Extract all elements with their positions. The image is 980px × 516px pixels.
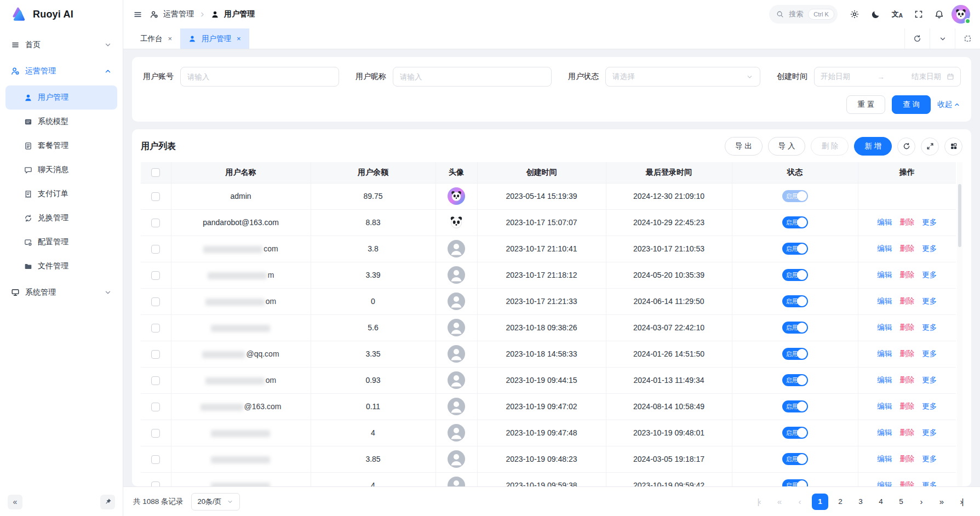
jump-back-button[interactable]: « [771, 494, 788, 510]
page-size-select[interactable]: 20条/页 [191, 493, 240, 511]
status-toggle[interactable]: 启用 [782, 479, 808, 486]
page-button-4[interactable]: 4 [873, 494, 889, 510]
table-scrollbar[interactable] [957, 162, 962, 486]
more-link[interactable]: 更多 [922, 455, 937, 463]
query-button[interactable]: 查 询 [892, 95, 931, 114]
delete-link[interactable]: 删除 [899, 297, 914, 305]
sidebar-item-config-management[interactable]: 配置管理 [5, 230, 117, 254]
sidebar-item-exchange-management[interactable]: 兑换管理 [5, 206, 117, 230]
reset-button[interactable]: 重 置 [846, 95, 885, 114]
status-toggle[interactable]: 启用 [782, 453, 808, 465]
more-link[interactable]: 更多 [922, 481, 937, 486]
first-page-button[interactable]: |‹ [751, 494, 767, 510]
delete-link[interactable]: 删除 [899, 271, 914, 279]
more-link[interactable]: 更多 [922, 402, 937, 410]
row-checkbox[interactable] [151, 271, 160, 280]
edit-link[interactable]: 编辑 [877, 402, 892, 410]
delete-link[interactable]: 删除 [899, 349, 914, 358]
more-link[interactable]: 更多 [922, 376, 937, 384]
status-toggle[interactable]: 启用 [782, 374, 808, 386]
user-avatar[interactable] [952, 5, 970, 24]
edit-link[interactable]: 编辑 [877, 349, 892, 358]
delete-link[interactable]: 删除 [899, 428, 914, 437]
sidebar-item-system-management[interactable]: 系统管理 [5, 280, 117, 305]
edit-link[interactable]: 编辑 [877, 481, 892, 486]
status-toggle[interactable]: 启用 [782, 243, 808, 255]
page-button-5[interactable]: 5 [893, 494, 909, 510]
page-button-1[interactable]: 1 [812, 494, 828, 510]
row-checkbox[interactable] [151, 192, 160, 201]
more-link[interactable]: 更多 [922, 428, 937, 437]
breadcrumb-level1[interactable]: 运营管理 [163, 9, 194, 19]
row-checkbox[interactable] [151, 455, 160, 464]
row-checkbox[interactable] [151, 350, 160, 359]
status-toggle[interactable]: 启用 [782, 348, 808, 360]
edit-link[interactable]: 编辑 [877, 218, 892, 226]
export-button[interactable]: 导 出 [725, 137, 763, 156]
tab-workbench[interactable]: 工作台 × [132, 28, 180, 49]
more-link[interactable]: 更多 [922, 244, 937, 253]
close-icon[interactable]: × [168, 35, 173, 42]
add-button[interactable]: 新 增 [854, 137, 892, 156]
tab-options-button[interactable] [930, 28, 955, 49]
import-button[interactable]: 导 入 [768, 137, 806, 156]
status-toggle[interactable]: 启用 [782, 295, 808, 307]
delete-button[interactable]: 删 除 [811, 137, 849, 156]
more-link[interactable]: 更多 [922, 349, 937, 358]
page-button-3[interactable]: 3 [852, 494, 869, 510]
sidebar-item-file-management[interactable]: 文件管理 [5, 254, 117, 278]
row-checkbox[interactable] [151, 403, 160, 411]
edit-link[interactable]: 编辑 [877, 376, 892, 384]
row-checkbox[interactable] [151, 245, 160, 254]
edit-link[interactable]: 编辑 [877, 455, 892, 463]
collapse-sidebar-button[interactable]: « [8, 495, 22, 509]
dark-mode-toggle[interactable] [871, 10, 880, 19]
settings-button[interactable] [850, 9, 859, 19]
more-link[interactable]: 更多 [922, 218, 937, 226]
edit-link[interactable]: 编辑 [877, 244, 892, 253]
status-toggle[interactable]: 启用 [782, 190, 808, 202]
maximize-content-button[interactable] [955, 28, 980, 49]
table-fullscreen-button[interactable] [921, 137, 939, 156]
global-search[interactable]: 搜索 Ctrl K [769, 5, 838, 24]
close-icon[interactable]: × [237, 35, 241, 42]
row-checkbox[interactable] [151, 376, 160, 385]
column-settings-button[interactable] [944, 137, 962, 156]
delete-link[interactable]: 删除 [899, 481, 914, 486]
sidebar-item-payment-orders[interactable]: 支付订单 [5, 182, 117, 206]
edit-link[interactable]: 编辑 [877, 297, 892, 305]
more-link[interactable]: 更多 [922, 323, 937, 331]
status-toggle[interactable]: 启用 [782, 427, 808, 439]
status-toggle[interactable]: 启用 [782, 216, 808, 228]
sidebar-item-home[interactable]: 首页 [5, 33, 117, 57]
language-switch-button[interactable]: 文A [892, 10, 903, 19]
page-button-2[interactable]: 2 [832, 494, 849, 510]
delete-link[interactable]: 删除 [899, 402, 914, 410]
edit-link[interactable]: 编辑 [877, 271, 892, 279]
sidebar-item-chat-messages[interactable]: 聊天消息 [5, 158, 117, 182]
nickname-input[interactable] [393, 67, 552, 87]
sidebar-item-user-management[interactable]: 用户管理 [5, 85, 117, 110]
jump-forward-button[interactable]: » [933, 494, 950, 510]
select-all-checkbox[interactable] [151, 168, 160, 177]
collapse-filters-link[interactable]: 收起 [937, 100, 960, 110]
account-input[interactable] [180, 67, 339, 87]
sidebar-item-operations[interactable]: 运营管理 [5, 59, 117, 83]
row-checkbox[interactable] [151, 324, 160, 332]
refresh-page-button[interactable] [904, 28, 930, 49]
menu-toggle-button[interactable] [133, 10, 142, 19]
row-checkbox[interactable] [151, 297, 160, 306]
last-page-button[interactable]: ›| [954, 494, 970, 510]
delete-link[interactable]: 删除 [899, 323, 914, 331]
date-range-picker[interactable]: 开始日期 → 结束日期 [814, 67, 961, 87]
status-toggle[interactable]: 启用 [782, 400, 808, 412]
edit-link[interactable]: 编辑 [877, 323, 892, 331]
next-page-button[interactable]: › [913, 494, 930, 510]
sidebar-item-system-models[interactable]: 系统模型 [5, 110, 117, 134]
delete-link[interactable]: 删除 [899, 218, 914, 226]
row-checkbox[interactable] [151, 219, 160, 227]
app-logo[interactable]: Ruoyi AI [0, 0, 123, 28]
prev-page-button[interactable]: ‹ [792, 494, 808, 510]
tab-user-management[interactable]: 用户管理 × [180, 28, 249, 49]
pin-sidebar-button[interactable] [100, 495, 115, 509]
